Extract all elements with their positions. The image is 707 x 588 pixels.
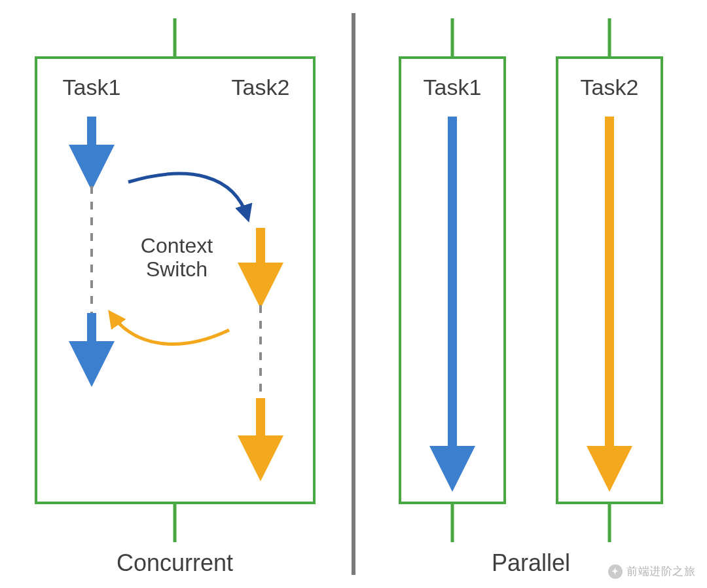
watermark-text: 前端进阶之旅: [626, 564, 695, 579]
concurrent-task1-label: Task1: [63, 75, 121, 100]
concurrent-caption: Concurrent: [117, 549, 233, 576]
context-arrow-to-task2: [128, 174, 247, 217]
parallel-cpu-box-2: Task2: [557, 18, 662, 542]
context-switch-label-line1: Context: [141, 234, 213, 257]
concurrent-task2-label: Task2: [232, 75, 290, 100]
concurrent-panel: Task1 Task2 Context Switch Concurrent: [36, 18, 314, 576]
parallel-task2-label: Task2: [581, 75, 639, 100]
watermark: ✦ 前端进阶之旅: [608, 564, 695, 579]
parallel-caption: Parallel: [492, 549, 570, 576]
wechat-icon: ✦: [608, 564, 623, 579]
diagram-canvas: Task1 Task2 Context Switch Concurrent Ta…: [0, 0, 707, 588]
context-arrow-to-task1: [111, 314, 229, 344]
parallel-panel: Task1 Task2 Parallel: [400, 18, 662, 576]
parallel-task1-label: Task1: [424, 75, 482, 100]
context-switch-label-line2: Switch: [146, 257, 208, 281]
parallel-cpu-box-1: Task1: [400, 18, 505, 542]
